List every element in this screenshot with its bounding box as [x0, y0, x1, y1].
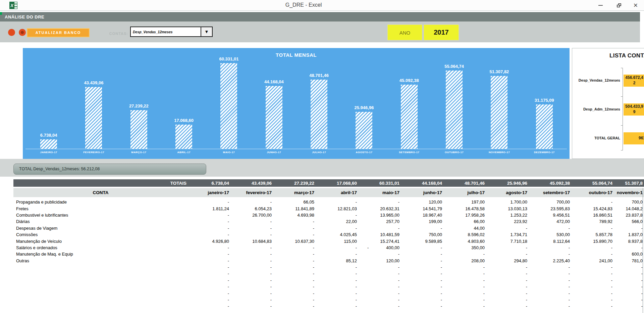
cell-value: 8.596,02 — [443, 232, 486, 237]
lista-contas-panel: LISTA CONTAS Desp_Vendas_12meses456.672,… — [572, 48, 644, 159]
cell-value: 15.424,83 — [571, 206, 614, 211]
cell-value: 241,00 — [571, 258, 614, 263]
cell-value: - — [614, 291, 644, 296]
cell-value: - — [230, 265, 273, 270]
bar-slot: 55.064,74 — [432, 64, 477, 149]
cell-value: 5.857,78 — [571, 232, 614, 237]
cell-value: - — [188, 226, 230, 231]
minimize-button[interactable] — [595, 1, 606, 9]
cell-value: - — [614, 297, 644, 302]
contas-dropdown-value: Desp_Vendas_12meses — [131, 27, 201, 36]
cell-value: - — [614, 284, 644, 289]
cell-value: 1.700,00 — [486, 199, 529, 205]
bar-value-label: 60.331,01 — [219, 56, 239, 61]
cell-value: - — [529, 284, 571, 289]
restore-button[interactable] — [613, 1, 625, 9]
bar — [130, 110, 147, 149]
cell-value: 4.693,98 — [273, 213, 316, 218]
record-button[interactable] — [8, 29, 15, 36]
app-header-bar: ANÁLISE DO DRE — [0, 12, 640, 21]
lista-bar-value: 961.106,41 — [639, 132, 644, 140]
cell-value: 9.456,51 — [529, 213, 571, 218]
cell-value: - — [486, 284, 529, 289]
cell-value: 4.025,45 — [316, 232, 358, 237]
month-header: novembro-1 — [614, 190, 644, 195]
cell-value: 8.112,64 — [529, 239, 571, 244]
bar-slot: 27.239,22 — [116, 103, 161, 149]
bar-slot: 48.701,46 — [297, 73, 341, 149]
month-header: agosto-17 — [486, 190, 529, 195]
chevron-down-icon[interactable]: ▼ — [201, 27, 212, 36]
cell-value: - — [529, 297, 571, 302]
cell-value: - — [614, 265, 644, 270]
cell-value: - — [401, 271, 443, 276]
cell-value: 85,12 — [316, 258, 358, 263]
cell-value: - — [273, 232, 316, 237]
x-axis-labels: JANEIRO-17FEVEREIRO-17MARÇO-17ABRIL-17MA… — [26, 151, 567, 154]
cell-value: 6.054,23 — [230, 206, 273, 211]
close-button[interactable]: × — [630, 1, 641, 9]
cell-value: - — [401, 278, 443, 283]
lista-category-label: TOTAL GERAL — [570, 136, 620, 140]
bar-slot: 45.092,38 — [387, 78, 432, 149]
ano-value-cell[interactable]: 2017 — [424, 25, 459, 40]
cell-value: 4.926,80 — [188, 239, 230, 244]
totais-value: 45.092,38 — [529, 181, 571, 186]
cell-value: - — [316, 199, 358, 205]
cell-value: 1.253,22 — [486, 213, 529, 218]
cell-value: - — [358, 199, 401, 205]
cell-value: - — [401, 291, 443, 296]
cell-value: 15.274,41 — [358, 239, 401, 244]
cell-value: - — [273, 226, 316, 231]
lista-axis-tick — [621, 150, 623, 150]
month-header: maio-17 — [358, 190, 401, 195]
contas-dropdown[interactable]: Desp_Vendas_12meses ▼ — [130, 27, 213, 37]
table-row: Combustivel e lubrificantes-26.700,004.6… — [13, 212, 644, 218]
table-body: Propaganda e publicidade--66,05--120,001… — [13, 199, 644, 310]
cell-value: - — [614, 304, 644, 309]
table-row: Manutenção de Veículo4.926,8010.684,8310… — [13, 238, 644, 244]
cell-value: - — [188, 271, 230, 276]
table-row: Outras---85,12120,00-208,00294,802.225,4… — [13, 258, 644, 264]
ring-button[interactable] — [19, 29, 26, 36]
cell-value: - — [230, 304, 273, 309]
lista-axis-tick — [621, 68, 623, 68]
lista-bar: 456.672,42 — [624, 75, 644, 87]
cell-value: 294,80 — [486, 258, 529, 263]
cell-value: 199,00 — [401, 219, 443, 224]
cell-value: 10.481,59 — [358, 232, 401, 237]
atualizar-banco-button[interactable]: ATUALIZAR BANCO — [27, 28, 90, 37]
cell-value: 18.967,40 — [401, 213, 443, 218]
cell-value: - — [316, 213, 358, 218]
row-label: Outras — [13, 258, 188, 263]
bar-slot: 25.946,96 — [341, 105, 386, 149]
cell-value: - — [529, 265, 571, 270]
lista-contas-title: LISTA CONTAS — [572, 52, 644, 59]
table-row: Manutenção de Maq. e Equip----------600,… — [13, 251, 644, 257]
cell-value: - — [273, 258, 316, 263]
cell-value: - — [614, 245, 644, 250]
close-icon: × — [634, 2, 638, 9]
cell-value: - — [401, 245, 443, 250]
cell-value: 120,00 — [358, 258, 401, 263]
cell-value: - — [486, 271, 529, 276]
cell-value: - — [401, 226, 443, 231]
cell-value: - — [358, 265, 401, 270]
cell-value: - — [614, 226, 644, 231]
cell-value: - — [571, 226, 614, 231]
cell-value: - — [401, 284, 443, 289]
cell-value: - — [443, 284, 486, 289]
row-label: Combustivel e lubrificantes — [13, 213, 188, 218]
cell-value: - — [188, 265, 230, 270]
cell-value: - — [443, 297, 486, 302]
row-label: Diárias — [13, 219, 188, 224]
cell-value: 1.734,71 — [486, 232, 529, 237]
bar-value-label: 55.064,74 — [444, 64, 464, 69]
x-axis-label: DEZEMBRO-17 — [522, 151, 567, 154]
conta-header: CONTA — [13, 190, 188, 195]
lista-category-label: Desp_Vendas_12meses — [570, 78, 620, 82]
cell-value: 66,00 — [443, 219, 486, 224]
cell-value: - — [401, 252, 443, 257]
cell-value: - 400,00 — [358, 245, 401, 250]
totais-value: 55.064,74 — [571, 181, 614, 186]
